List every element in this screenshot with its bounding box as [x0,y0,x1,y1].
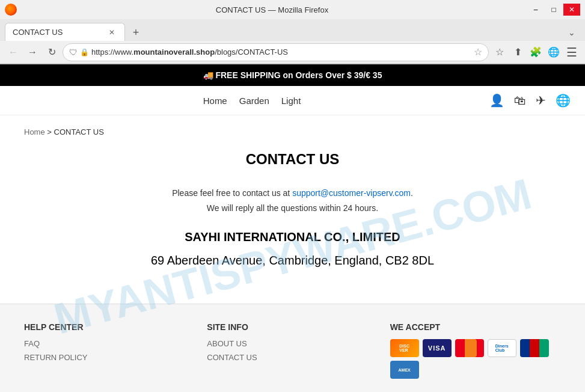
site-footer: HELP CENTER FAQ RETURN POLICY SITE INFO … [0,304,585,392]
minimize-button[interactable]: – [527,4,544,16]
nav-light[interactable]: Light [281,96,301,106]
bookmark-icon[interactable]: ☆ [474,46,482,58]
lock-icon: 🔒 [80,48,89,57]
contact-body: Please feel free to contact us at suppor… [82,186,503,216]
maximize-button[interactable]: □ [545,4,562,16]
window-title: CONTACT US — Mozilla Firefox [17,5,527,14]
contact-title: CONTACT US [82,151,503,168]
back-button[interactable]: ← [5,44,22,61]
share-nav-icon[interactable]: ✈ [536,93,546,108]
nav-garden[interactable]: Garden [239,96,269,106]
forward-button[interactable]: → [24,44,41,61]
browser-chrome: CONTACT US — Mozilla Firefox – □ ✕ CONTA… [0,0,585,64]
url-text: https://www.mountainoverall.shop/blogs/C… [91,47,469,57]
shipping-banner: 🚚 FREE SHIPPING on Orders Over $ 39/€ 35 [0,64,585,86]
company-name: SAYHI INTERNATIONAL CO., LIMITED [82,230,503,244]
company-address: 69 Aberdeen Avenue, Cambridge, England, … [82,254,503,268]
account-icon[interactable]: 👤 [489,93,504,108]
new-tab-button[interactable]: + [127,24,144,41]
url-path: /blogs/CONTACT-US [215,47,288,57]
about-us-link[interactable]: ABOUT US [207,339,378,348]
pocket-icon[interactable]: ☆ [491,44,508,61]
cart-icon[interactable]: 🛍 [514,94,526,108]
amex-card-icon: AMEX [390,361,419,379]
nav-home[interactable]: Home [203,96,227,106]
reload-button[interactable]: ↻ [43,44,60,61]
tab-close-button[interactable]: ✕ [106,27,117,38]
breadcrumb-separator: > [47,127,54,136]
title-bar: CONTACT US — Mozilla Firefox – □ ✕ [0,0,585,19]
url-box[interactable]: 🛡 🔒 https://www.mountainoverall.shop/blo… [63,43,489,61]
extensions-icon[interactable]: 🧩 [527,44,544,61]
contact-line2: We will reply all the questions within 2… [82,201,503,216]
footer-grid: HELP CENTER FAQ RETURN POLICY SITE INFO … [24,322,561,379]
breadcrumb-current: CONTACT US [54,127,104,136]
faq-link[interactable]: FAQ [24,339,195,348]
language-icon[interactable]: 🌐 [556,93,571,108]
return-policy-link[interactable]: RETURN POLICY [24,353,195,362]
address-bar: ← → ↻ 🛡 🔒 https://www.mountainoverall.sh… [0,41,585,64]
contact-line1: Please feel free to contact us at suppor… [82,186,503,201]
tab-title: CONTACT US [13,28,102,37]
contact-us-link[interactable]: CONTACT US [207,353,378,362]
help-center-section: HELP CENTER FAQ RETURN POLICY [24,322,195,379]
tab-bar: CONTACT US ✕ + ⌄ [0,19,585,41]
nav-links: Home Garden Light [14,96,489,106]
contact-email[interactable]: support@customer-vipserv.com [292,188,411,198]
mastercard-icon [455,339,484,357]
site-content: Home > CONTACT US CONTACT US Please feel… [0,115,585,304]
jcb-card-icon [520,339,549,357]
breadcrumb-home[interactable]: Home [24,127,45,136]
banner-text: 🚚 FREE SHIPPING on Orders Over $ 39/€ 35 [203,70,382,80]
website: 🚚 FREE SHIPPING on Orders Over $ 39/€ 35… [0,64,585,392]
payment-icons: DISCVER VISA DinersClub AMEX [390,339,561,379]
site-navigation: Home Garden Light 👤 🛍 ✈ 🌐 [0,86,585,115]
breadcrumb: Home > CONTACT US [24,127,561,136]
tab-list-button[interactable]: ⌄ [563,24,580,41]
window-controls: – □ ✕ [527,4,580,16]
help-center-title: HELP CENTER [24,322,195,332]
visa-card-icon: VISA [423,339,452,357]
url-domain: mountainoverall.shop [133,47,215,57]
profile-icon[interactable]: 🌐 [545,44,562,61]
nav-icons: 👤 🛍 ✈ 🌐 [489,93,571,108]
close-button[interactable]: ✕ [563,4,580,16]
hamburger-menu[interactable]: ☰ [563,44,580,61]
site-info-title: SITE INFO [207,322,378,332]
toolbar-icons: ☆ ⬆ 🧩 🌐 ☰ [491,44,580,61]
discover-card-icon: DISCVER [390,339,419,357]
contact-section: CONTACT US Please feel free to contact u… [82,151,503,268]
share-icon[interactable]: ⬆ [509,44,526,61]
we-accept-title: WE ACCEPT [390,322,561,332]
diners-card-icon: DinersClub [488,339,516,357]
firefox-icon [5,4,17,16]
we-accept-section: WE ACCEPT DISCVER VISA DinersClub AMEX [390,322,561,379]
site-info-section: SITE INFO ABOUT US CONTACT US [207,322,378,379]
active-tab[interactable]: CONTACT US ✕ [5,23,125,41]
shield-icon: 🛡 [69,47,78,57]
